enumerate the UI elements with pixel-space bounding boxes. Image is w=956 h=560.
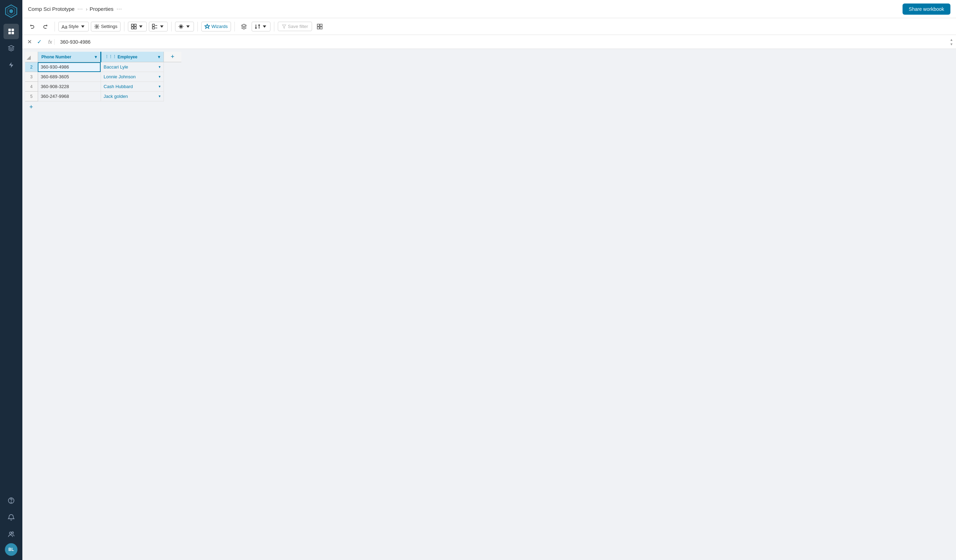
toolbar-div-1: [55, 22, 55, 31]
dropdown-arrow-b2: ▾: [159, 64, 161, 69]
col-header-a[interactable]: Phone Number ▾: [38, 52, 101, 62]
svg-point-12: [96, 25, 98, 27]
breadcrumb-sep: ›: [86, 6, 87, 12]
spreadsheet-table: Phone Number ▾ ⋮⋮⋮ Employee ▾: [25, 52, 181, 113]
breadcrumb-title: Comp Sci Prototype: [28, 6, 74, 12]
formula-cancel-button[interactable]: ✕: [25, 38, 33, 46]
cell-a5[interactable]: 360-247-9968: [38, 91, 101, 101]
add-column-button[interactable]: +: [167, 52, 179, 62]
svg-rect-3: [8, 29, 11, 31]
svg-rect-17: [153, 24, 154, 26]
breadcrumb-section: Properties: [90, 6, 113, 12]
table-row: 2 360-930-4986 Baccari Lyle ▾: [25, 62, 181, 72]
svg-point-10: [12, 532, 14, 534]
cell-a4[interactable]: 360-908-3228: [38, 82, 101, 91]
toolbar-div-5: [234, 22, 235, 31]
dropdown-arrow-b4: ▾: [159, 84, 161, 89]
cell-a2[interactable]: 360-930-4986: [38, 62, 101, 72]
share-workbook-button[interactable]: Share workbook: [903, 3, 950, 15]
formula-scroll[interactable]: ▲ ▼: [950, 38, 953, 46]
svg-rect-6: [11, 32, 14, 34]
main-content: Comp Sci Prototype ⋯ › Properties ⋯ Shar…: [22, 0, 956, 560]
toolbar-div-6: [274, 22, 274, 31]
add-row-button[interactable]: +: [27, 102, 36, 112]
table-row: 5 360-247-9968 Jack golden ▾: [25, 91, 181, 101]
row-header-5[interactable]: 5: [25, 91, 38, 101]
sidebar: BL: [0, 0, 22, 560]
grid-view-button[interactable]: [314, 21, 325, 32]
sidebar-item-bell[interactable]: [3, 510, 19, 525]
formula-bar: ✕ ✓ fx 360-930-4986 ▲ ▼: [22, 35, 956, 49]
col-header-b[interactable]: ⋮⋮⋮ Employee ▾: [101, 52, 164, 62]
breadcrumb: Comp Sci Prototype ⋯ › Properties ⋯: [28, 6, 900, 13]
svg-rect-14: [134, 24, 136, 26]
formula-input[interactable]: 360-930-4986: [57, 39, 947, 45]
cell-b4[interactable]: Cash Hubbard ▾: [101, 82, 164, 91]
grid-corner[interactable]: [25, 52, 38, 62]
toolbar-div-3: [171, 22, 171, 31]
sheet-area[interactable]: Phone Number ▾ ⋮⋮⋮ Employee ▾: [22, 49, 956, 560]
row-header-2[interactable]: 2: [25, 62, 38, 72]
add-row-row: +: [25, 101, 181, 113]
svg-rect-22: [317, 24, 319, 26]
style-button[interactable]: Aa Style: [58, 22, 89, 31]
cell-b5[interactable]: Jack golden ▾: [101, 91, 164, 101]
row-header-4[interactable]: 4: [25, 82, 38, 91]
sidebar-item-help[interactable]: [3, 493, 19, 508]
sidebar-item-people[interactable]: [3, 527, 19, 542]
formula-fx-label: fx: [46, 39, 55, 45]
topbar: Comp Sci Prototype ⋯ › Properties ⋯ Shar…: [22, 0, 956, 18]
sidebar-item-layers[interactable]: [3, 41, 19, 56]
breadcrumb-title-dots[interactable]: ⋯: [77, 6, 83, 13]
add-grid-button[interactable]: [128, 22, 147, 31]
cell-b2[interactable]: Baccari Lyle ▾: [101, 62, 164, 72]
add-col-cell: +: [164, 52, 181, 62]
sidebar-item-lightning[interactable]: [3, 57, 19, 73]
sidebar-item-grid[interactable]: [3, 24, 19, 39]
svg-text:Aa: Aa: [61, 24, 67, 29]
breadcrumb-section-dots[interactable]: ⋯: [116, 6, 123, 13]
svg-rect-4: [11, 29, 14, 31]
toolbar-div-2: [124, 22, 124, 31]
avatar[interactable]: BL: [5, 543, 17, 556]
svg-rect-24: [317, 27, 319, 29]
row-header-3[interactable]: 3: [25, 72, 38, 82]
dropdown-arrow-b5: ▾: [159, 94, 161, 99]
formula-actions: ✕ ✓: [25, 38, 43, 46]
table-row: 3 360-689-3605 Lonnie Johnson ▾: [25, 72, 181, 82]
svg-rect-25: [320, 27, 322, 29]
undo-button[interactable]: [27, 21, 38, 32]
wizards-button[interactable]: Wizards: [201, 22, 231, 31]
svg-point-8: [11, 502, 11, 503]
settings-button[interactable]: Settings: [91, 22, 121, 31]
freeze-button[interactable]: [175, 22, 194, 31]
toolbar: Aa Style Settings: [22, 18, 956, 35]
svg-marker-2: [9, 9, 13, 13]
cell-b3[interactable]: Lonnie Johnson ▾: [101, 72, 164, 82]
save-filter-button[interactable]: Save filter: [278, 22, 312, 31]
app-logo[interactable]: [4, 4, 18, 18]
table-row: 4 360-908-3228 Cash Hubbard ▾: [25, 82, 181, 91]
svg-point-9: [9, 532, 11, 534]
svg-rect-16: [134, 27, 136, 29]
layers-button[interactable]: [238, 21, 250, 32]
svg-rect-15: [131, 27, 134, 29]
dropdown-arrow-b3: ▾: [159, 74, 161, 79]
sort-button[interactable]: [252, 22, 270, 31]
svg-rect-19: [153, 27, 154, 29]
svg-rect-23: [320, 24, 322, 26]
cell-a3[interactable]: 360-689-3605: [38, 72, 101, 82]
svg-rect-13: [131, 24, 134, 26]
redo-button[interactable]: [40, 21, 51, 32]
svg-rect-5: [8, 32, 11, 34]
toolbar-div-4: [197, 22, 198, 31]
remove-grid-button[interactable]: [149, 22, 168, 31]
formula-confirm-button[interactable]: ✓: [35, 38, 43, 46]
